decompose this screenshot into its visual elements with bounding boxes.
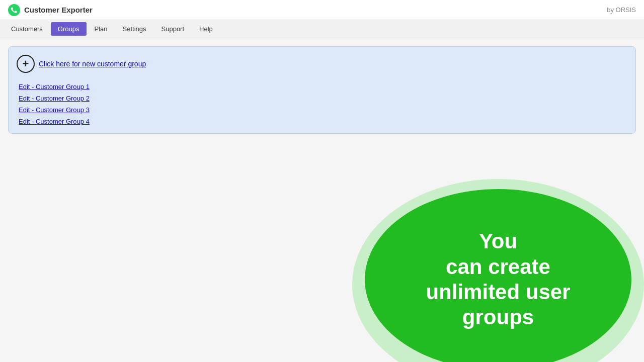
nav-item-help[interactable]: Help — [192, 22, 220, 36]
main-content: + Click here for new customer group Edit… — [0, 38, 644, 142]
group-link-4[interactable]: Edit - Customer Group 4 — [19, 118, 627, 125]
group-link-2[interactable]: Edit - Customer Group 2 — [19, 95, 627, 102]
nav-item-support[interactable]: Support — [154, 22, 192, 36]
nav-item-settings[interactable]: Settings — [116, 22, 153, 36]
groups-panel: + Click here for new customer group Edit… — [8, 46, 636, 134]
bubble-line3: unlimited user — [426, 280, 570, 304]
nav-item-plan[interactable]: Plan — [88, 22, 115, 36]
add-group-button[interactable]: + — [17, 55, 35, 73]
bubble-text: You can create unlimited user groups — [416, 219, 580, 340]
group-link-3[interactable]: Edit - Customer Group 3 — [19, 106, 627, 114]
group-link-1[interactable]: Edit - Customer Group 1 — [19, 83, 627, 90]
bubble-line4: groups — [462, 305, 534, 329]
app-title: Customer Exporter — [24, 6, 93, 14]
svg-point-0 — [8, 4, 20, 16]
nav-item-customers[interactable]: Customers — [4, 22, 50, 36]
nav-bar: Customers Groups Plan Settings Support H… — [0, 20, 644, 38]
whatsapp-icon — [8, 4, 20, 16]
speech-bubble: You can create unlimited user groups — [332, 179, 644, 362]
bubble-outer: You can create unlimited user groups — [342, 179, 634, 362]
new-group-row: + Click here for new customer group — [17, 55, 627, 73]
bubble-line2: can create — [446, 255, 550, 279]
nav-item-groups[interactable]: Groups — [51, 22, 87, 36]
bubble-line1: You — [479, 229, 517, 253]
bubble-main-ellipse: You can create unlimited user groups — [365, 189, 631, 362]
by-orsis-label: by ORSIS — [607, 6, 636, 14]
new-group-link[interactable]: Click here for new customer group — [39, 60, 146, 68]
app-header: Customer Exporter by ORSIS — [0, 0, 644, 20]
group-list: Edit - Customer Group 1 Edit - Customer … — [17, 83, 627, 125]
header-left: Customer Exporter — [8, 4, 93, 16]
